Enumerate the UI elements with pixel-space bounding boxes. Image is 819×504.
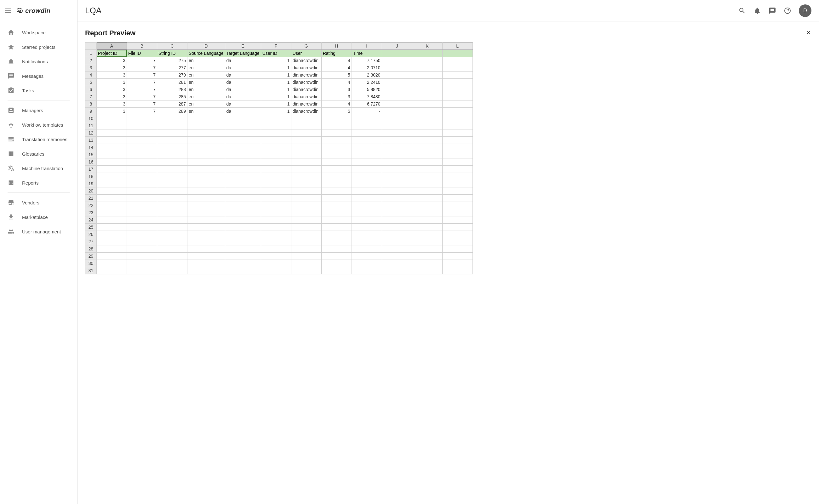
data-cell[interactable]: 5.8820	[352, 86, 382, 93]
empty-cell[interactable]	[382, 137, 412, 144]
empty-cell[interactable]	[412, 267, 442, 274]
empty-cell[interactable]	[382, 100, 412, 108]
col-header-J[interactable]: J	[382, 43, 412, 50]
empty-cell[interactable]	[321, 238, 352, 245]
empty-cell[interactable]	[412, 137, 442, 144]
empty-cell[interactable]	[187, 260, 225, 267]
empty-cell[interactable]	[157, 202, 187, 209]
empty-cell[interactable]	[412, 151, 442, 158]
empty-cell[interactable]	[127, 151, 157, 158]
empty-cell[interactable]	[225, 158, 261, 166]
empty-cell[interactable]	[225, 180, 261, 187]
empty-cell[interactable]	[225, 166, 261, 173]
empty-cell[interactable]	[187, 253, 225, 260]
header-cell[interactable]: Time	[352, 50, 382, 57]
row-header-22[interactable]: 22	[85, 202, 97, 209]
col-header-D[interactable]: D	[187, 43, 225, 50]
empty-cell[interactable]	[442, 64, 473, 72]
empty-cell[interactable]	[412, 129, 442, 137]
data-cell[interactable]: en	[187, 72, 225, 79]
empty-cell[interactable]	[291, 180, 321, 187]
empty-cell[interactable]	[442, 72, 473, 79]
data-cell[interactable]: 3	[97, 57, 127, 64]
row-header-27[interactable]: 27	[85, 238, 97, 245]
empty-cell[interactable]	[352, 245, 382, 253]
data-cell[interactable]: 279	[157, 72, 187, 79]
data-cell[interactable]: dianacrowdin	[291, 64, 321, 72]
data-cell[interactable]: da	[225, 93, 261, 100]
empty-cell[interactable]	[127, 245, 157, 253]
empty-cell[interactable]	[291, 129, 321, 137]
empty-cell[interactable]	[261, 209, 291, 216]
empty-cell[interactable]	[442, 129, 473, 137]
data-cell[interactable]: 7.8480	[352, 93, 382, 100]
sidebar-item-managers[interactable]: Managers	[0, 103, 77, 117]
empty-cell[interactable]	[321, 224, 352, 231]
empty-cell[interactable]	[412, 108, 442, 115]
data-cell[interactable]: 277	[157, 64, 187, 72]
empty-cell[interactable]	[442, 86, 473, 93]
header-cell[interactable]: Project ID	[97, 50, 127, 57]
data-cell[interactable]: da	[225, 100, 261, 108]
empty-cell[interactable]	[261, 195, 291, 202]
empty-cell[interactable]	[382, 57, 412, 64]
empty-cell[interactable]	[352, 144, 382, 151]
data-cell[interactable]: dianacrowdin	[291, 72, 321, 79]
empty-cell[interactable]	[321, 173, 352, 180]
sidebar-item-user-management[interactable]: User management	[0, 224, 77, 239]
empty-cell[interactable]	[127, 129, 157, 137]
data-cell[interactable]: da	[225, 108, 261, 115]
empty-cell[interactable]	[382, 72, 412, 79]
empty-cell[interactable]	[382, 216, 412, 224]
col-header-B[interactable]: B	[127, 43, 157, 50]
data-cell[interactable]: 7.1750	[352, 57, 382, 64]
empty-cell[interactable]	[382, 115, 412, 122]
empty-cell[interactable]	[127, 166, 157, 173]
data-cell[interactable]: 2.2410	[352, 79, 382, 86]
empty-cell[interactable]	[127, 209, 157, 216]
header-cell[interactable]: String ID	[157, 50, 187, 57]
empty-cell[interactable]	[321, 267, 352, 274]
empty-cell[interactable]	[127, 224, 157, 231]
empty-cell[interactable]	[321, 195, 352, 202]
empty-cell[interactable]	[442, 180, 473, 187]
col-header-F[interactable]: F	[261, 43, 291, 50]
empty-cell[interactable]	[442, 260, 473, 267]
row-header-15[interactable]: 15	[85, 151, 97, 158]
sidebar-item-workspace[interactable]: Workspace	[0, 25, 77, 40]
empty-cell[interactable]	[352, 253, 382, 260]
empty-cell[interactable]	[412, 180, 442, 187]
empty-cell[interactable]	[321, 158, 352, 166]
empty-cell[interactable]	[321, 253, 352, 260]
empty-cell[interactable]	[412, 238, 442, 245]
empty-cell[interactable]	[412, 100, 442, 108]
empty-cell[interactable]	[291, 267, 321, 274]
sidebar-item-machine-translation[interactable]: Machine translation	[0, 161, 77, 175]
data-cell[interactable]: 7	[127, 93, 157, 100]
empty-cell[interactable]	[157, 115, 187, 122]
empty-cell[interactable]	[291, 253, 321, 260]
empty-cell[interactable]	[187, 180, 225, 187]
empty-cell[interactable]	[187, 158, 225, 166]
empty-cell[interactable]	[352, 216, 382, 224]
empty-cell[interactable]	[352, 231, 382, 238]
empty-cell[interactable]	[412, 166, 442, 173]
empty-cell[interactable]	[97, 253, 127, 260]
empty-cell[interactable]	[442, 115, 473, 122]
empty-cell[interactable]	[442, 216, 473, 224]
data-cell[interactable]: 7	[127, 108, 157, 115]
empty-cell[interactable]	[291, 158, 321, 166]
empty-cell[interactable]	[382, 158, 412, 166]
empty-cell[interactable]	[442, 224, 473, 231]
empty-cell[interactable]	[157, 173, 187, 180]
col-header-K[interactable]: K	[412, 43, 442, 50]
empty-cell[interactable]	[382, 166, 412, 173]
empty-cell[interactable]	[442, 267, 473, 274]
header-cell[interactable]: File ID	[127, 50, 157, 57]
empty-cell[interactable]	[261, 238, 291, 245]
row-header-13[interactable]: 13	[85, 137, 97, 144]
row-header-23[interactable]: 23	[85, 209, 97, 216]
empty-cell[interactable]	[225, 209, 261, 216]
empty-cell[interactable]	[382, 224, 412, 231]
data-cell[interactable]: en	[187, 93, 225, 100]
